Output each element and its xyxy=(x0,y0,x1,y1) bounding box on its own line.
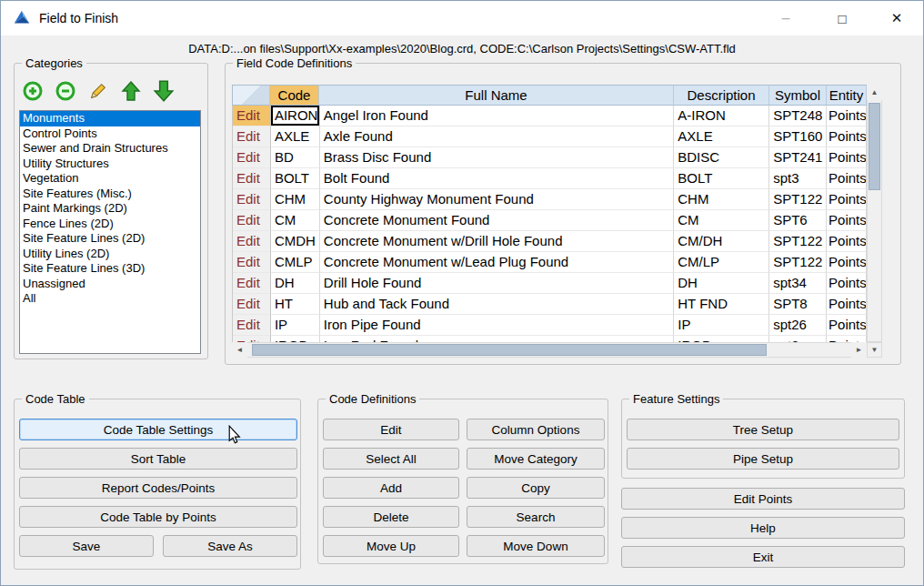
description-cell[interactable]: HT FND xyxy=(674,294,769,315)
full-name-cell[interactable]: Brass Disc Found xyxy=(320,147,674,168)
code-cell[interactable]: IROD xyxy=(271,336,320,342)
symbol-cell[interactable]: spt3 xyxy=(769,168,827,189)
header-full-name[interactable]: Full Name xyxy=(319,85,674,106)
header-entity[interactable]: Entity xyxy=(827,85,867,106)
code-cell[interactable]: CM xyxy=(271,210,320,231)
symbol-cell[interactable]: SPT122 xyxy=(769,231,827,252)
description-cell[interactable]: DH xyxy=(674,273,769,294)
symbol-cell[interactable]: SPT160 xyxy=(769,126,827,147)
code-cell[interactable]: DH xyxy=(271,273,320,294)
header-code[interactable]: Code xyxy=(270,85,319,106)
edit-link[interactable]: Edit xyxy=(233,252,271,273)
maximize-button[interactable]: □ xyxy=(821,1,863,35)
move-category-button[interactable]: Move Category xyxy=(467,448,605,470)
edit-link[interactable]: Edit xyxy=(233,210,271,231)
code-cell[interactable]: AXLE xyxy=(271,126,320,147)
symbol-cell[interactable]: SPT248 xyxy=(769,106,827,126)
code-cell[interactable]: CMDH xyxy=(271,231,320,252)
description-cell[interactable]: CHM xyxy=(674,189,769,210)
full-name-cell[interactable]: Iron Rod Found xyxy=(320,336,674,342)
description-cell[interactable]: BOLT xyxy=(674,168,769,189)
full-name-cell[interactable]: Drill Hole Found xyxy=(320,273,674,294)
description-cell[interactable]: CM xyxy=(674,210,769,231)
entity-cell[interactable]: Points xyxy=(827,315,867,336)
category-item-site-feature-lines-2d[interactable]: Site Feature Lines (2D) xyxy=(20,231,200,247)
description-cell[interactable]: CM/DH xyxy=(674,231,769,252)
edit-link[interactable]: Edit xyxy=(233,315,271,336)
save-button[interactable]: Save xyxy=(19,535,154,557)
help-button[interactable]: Help xyxy=(621,517,905,539)
scroll-up-button[interactable]: ▲ xyxy=(867,85,882,100)
edit-link[interactable]: Edit xyxy=(233,168,271,189)
full-name-cell[interactable]: Concrete Monument w/Lead Plug Found xyxy=(320,252,674,273)
exit-button[interactable]: Exit xyxy=(621,546,905,568)
full-name-cell[interactable]: Iron Pipe Found xyxy=(320,315,674,336)
category-item-utility-structures[interactable]: Utility Structures xyxy=(20,157,200,172)
category-item-control-points[interactable]: Control Points xyxy=(20,126,200,142)
report-codes-points-button[interactable]: Report Codes/Points xyxy=(19,477,297,499)
header-symbol[interactable]: Symbol xyxy=(769,85,827,106)
entity-cell[interactable]: Points xyxy=(827,294,867,315)
full-name-cell[interactable]: Angel Iron Found xyxy=(320,106,674,126)
full-name-cell[interactable]: Bolt Found xyxy=(320,168,674,189)
symbol-cell[interactable]: SPT241 xyxy=(769,147,827,168)
code-cell[interactable]: BOLT xyxy=(271,168,320,189)
code-table-by-points-button[interactable]: Code Table by Points xyxy=(19,506,297,528)
symbol-cell[interactable]: SPT6 xyxy=(769,210,827,231)
entity-cell[interactable]: Points xyxy=(827,168,867,189)
move-up-button[interactable]: Move Up xyxy=(323,535,459,557)
delete-button[interactable]: Delete xyxy=(323,506,459,528)
full-name-cell[interactable]: Concrete Monument w/Drill Hole Found xyxy=(320,231,674,252)
description-cell[interactable]: A-IRON xyxy=(674,106,769,126)
pipe-setup-button[interactable]: Pipe Setup xyxy=(627,448,899,470)
edit-link[interactable]: Edit xyxy=(233,147,271,168)
entity-cell[interactable]: Points xyxy=(827,106,867,126)
scroll-left-button[interactable]: ◄ xyxy=(232,342,247,358)
entity-cell[interactable]: Points xyxy=(827,126,867,147)
edit-button[interactable]: Edit xyxy=(323,419,459,440)
description-cell[interactable]: IP xyxy=(674,315,769,336)
code-cell[interactable]: IP xyxy=(271,315,320,336)
code-cell[interactable]: AIRON xyxy=(271,106,320,126)
full-name-cell[interactable]: County Highway Monument Found xyxy=(320,189,674,210)
remove-category-button[interactable] xyxy=(54,81,77,105)
category-item-site-feature-lines-3d[interactable]: Site Feature Lines (3D) xyxy=(20,261,200,277)
add-button[interactable]: Add xyxy=(323,477,459,499)
edit-points-button[interactable]: Edit Points xyxy=(621,488,905,510)
entity-cell[interactable]: Points xyxy=(827,189,867,210)
symbol-cell[interactable]: SPT122 xyxy=(769,189,827,210)
edit-link[interactable]: Edit xyxy=(233,126,271,147)
category-item-vegetation[interactable]: Vegetation xyxy=(20,171,200,187)
entity-cell[interactable]: Points xyxy=(827,336,867,342)
entity-cell[interactable]: Points xyxy=(827,231,867,252)
vertical-scrollbar-thumb[interactable] xyxy=(869,103,880,190)
close-button[interactable]: ✕ xyxy=(876,1,918,35)
code-cell[interactable]: CMLP xyxy=(271,252,320,273)
scroll-right-button[interactable]: ► xyxy=(851,342,867,358)
full-name-cell[interactable]: Hub and Tack Found xyxy=(320,294,674,315)
entity-cell[interactable]: Points xyxy=(827,252,867,273)
edit-category-button[interactable] xyxy=(86,81,110,105)
category-item-site-features-misc[interactable]: Site Features (Misc.) xyxy=(20,187,200,202)
full-name-cell[interactable]: Axle Found xyxy=(320,126,674,147)
category-move-down-button[interactable] xyxy=(152,81,176,105)
code-cell[interactable]: HT xyxy=(271,294,320,315)
entity-cell[interactable]: Points xyxy=(827,210,867,231)
entity-cell[interactable]: Points xyxy=(827,273,867,294)
description-cell[interactable]: BDISC xyxy=(674,147,769,168)
edit-link[interactable]: Edit xyxy=(233,294,271,315)
category-item-paint-markings-2d[interactable]: Paint Markings (2D) xyxy=(20,201,200,217)
description-cell[interactable]: AXLE xyxy=(674,126,769,147)
code-cell[interactable]: BD xyxy=(271,147,320,168)
horizontal-scrollbar-thumb[interactable] xyxy=(252,344,767,356)
scroll-down-button[interactable]: ▼ xyxy=(867,342,882,358)
edit-link[interactable]: Edit xyxy=(233,106,271,126)
category-item-sewer-and-drain-structures[interactable]: Sewer and Drain Structures xyxy=(20,141,200,157)
move-down-button[interactable]: Move Down xyxy=(467,535,605,557)
description-cell[interactable]: CM/LP xyxy=(674,252,769,273)
minimize-button[interactable]: – xyxy=(765,1,807,35)
category-move-up-button[interactable] xyxy=(119,81,143,105)
add-category-button[interactable] xyxy=(21,81,45,105)
edit-link[interactable]: Edit xyxy=(233,336,271,342)
symbol-cell[interactable]: SPT122 xyxy=(769,252,827,273)
